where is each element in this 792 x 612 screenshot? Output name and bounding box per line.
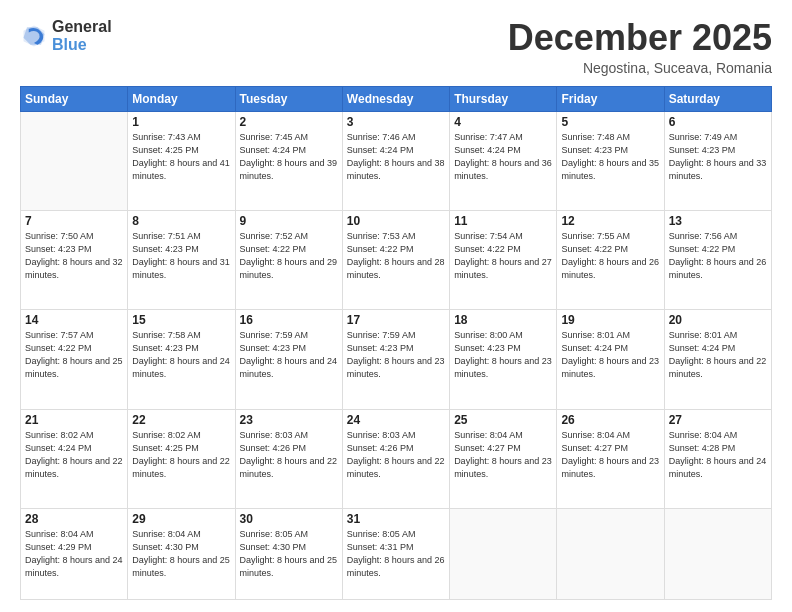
- day-info: Sunrise: 8:00 AMSunset: 4:23 PMDaylight:…: [454, 329, 552, 381]
- calendar-week-row: 21Sunrise: 8:02 AMSunset: 4:24 PMDayligh…: [21, 409, 772, 508]
- calendar-cell: 17Sunrise: 7:59 AMSunset: 4:23 PMDayligh…: [342, 310, 449, 409]
- calendar-cell: [557, 508, 664, 599]
- day-number: 6: [669, 115, 767, 129]
- calendar-cell: 27Sunrise: 8:04 AMSunset: 4:28 PMDayligh…: [664, 409, 771, 508]
- day-number: 7: [25, 214, 123, 228]
- day-info: Sunrise: 8:05 AMSunset: 4:31 PMDaylight:…: [347, 528, 445, 580]
- weekday-header: Thursday: [450, 86, 557, 111]
- day-info: Sunrise: 7:47 AMSunset: 4:24 PMDaylight:…: [454, 131, 552, 183]
- day-info: Sunrise: 7:52 AMSunset: 4:22 PMDaylight:…: [240, 230, 338, 282]
- day-info: Sunrise: 7:54 AMSunset: 4:22 PMDaylight:…: [454, 230, 552, 282]
- calendar-cell: 15Sunrise: 7:58 AMSunset: 4:23 PMDayligh…: [128, 310, 235, 409]
- day-number: 16: [240, 313, 338, 327]
- calendar-week-row: 14Sunrise: 7:57 AMSunset: 4:22 PMDayligh…: [21, 310, 772, 409]
- day-info: Sunrise: 8:03 AMSunset: 4:26 PMDaylight:…: [347, 429, 445, 481]
- calendar-cell: [450, 508, 557, 599]
- day-number: 5: [561, 115, 659, 129]
- day-number: 17: [347, 313, 445, 327]
- calendar-cell: 9Sunrise: 7:52 AMSunset: 4:22 PMDaylight…: [235, 210, 342, 309]
- day-info: Sunrise: 7:46 AMSunset: 4:24 PMDaylight:…: [347, 131, 445, 183]
- calendar-cell: 31Sunrise: 8:05 AMSunset: 4:31 PMDayligh…: [342, 508, 449, 599]
- day-number: 1: [132, 115, 230, 129]
- day-number: 31: [347, 512, 445, 526]
- calendar-cell: [21, 111, 128, 210]
- day-info: Sunrise: 7:50 AMSunset: 4:23 PMDaylight:…: [25, 230, 123, 282]
- calendar-cell: 2Sunrise: 7:45 AMSunset: 4:24 PMDaylight…: [235, 111, 342, 210]
- month-title: December 2025: [508, 18, 772, 58]
- day-number: 25: [454, 413, 552, 427]
- weekday-header: Sunday: [21, 86, 128, 111]
- day-info: Sunrise: 7:43 AMSunset: 4:25 PMDaylight:…: [132, 131, 230, 183]
- weekday-header: Monday: [128, 86, 235, 111]
- day-number: 9: [240, 214, 338, 228]
- day-number: 20: [669, 313, 767, 327]
- day-info: Sunrise: 7:58 AMSunset: 4:23 PMDaylight:…: [132, 329, 230, 381]
- day-info: Sunrise: 7:59 AMSunset: 4:23 PMDaylight:…: [347, 329, 445, 381]
- calendar-cell: 26Sunrise: 8:04 AMSunset: 4:27 PMDayligh…: [557, 409, 664, 508]
- day-info: Sunrise: 8:04 AMSunset: 4:29 PMDaylight:…: [25, 528, 123, 580]
- calendar-cell: 8Sunrise: 7:51 AMSunset: 4:23 PMDaylight…: [128, 210, 235, 309]
- day-info: Sunrise: 8:02 AMSunset: 4:24 PMDaylight:…: [25, 429, 123, 481]
- day-info: Sunrise: 8:05 AMSunset: 4:30 PMDaylight:…: [240, 528, 338, 580]
- day-info: Sunrise: 8:04 AMSunset: 4:27 PMDaylight:…: [454, 429, 552, 481]
- day-number: 27: [669, 413, 767, 427]
- calendar-cell: 30Sunrise: 8:05 AMSunset: 4:30 PMDayligh…: [235, 508, 342, 599]
- day-number: 30: [240, 512, 338, 526]
- day-info: Sunrise: 7:51 AMSunset: 4:23 PMDaylight:…: [132, 230, 230, 282]
- calendar-cell: 21Sunrise: 8:02 AMSunset: 4:24 PMDayligh…: [21, 409, 128, 508]
- location: Negostina, Suceava, Romania: [508, 60, 772, 76]
- weekday-header: Tuesday: [235, 86, 342, 111]
- day-number: 19: [561, 313, 659, 327]
- calendar-cell: 10Sunrise: 7:53 AMSunset: 4:22 PMDayligh…: [342, 210, 449, 309]
- day-info: Sunrise: 8:03 AMSunset: 4:26 PMDaylight:…: [240, 429, 338, 481]
- day-info: Sunrise: 7:56 AMSunset: 4:22 PMDaylight:…: [669, 230, 767, 282]
- calendar-cell: 11Sunrise: 7:54 AMSunset: 4:22 PMDayligh…: [450, 210, 557, 309]
- day-number: 21: [25, 413, 123, 427]
- calendar-cell: 6Sunrise: 7:49 AMSunset: 4:23 PMDaylight…: [664, 111, 771, 210]
- logo: General Blue: [20, 18, 112, 53]
- calendar-cell: 28Sunrise: 8:04 AMSunset: 4:29 PMDayligh…: [21, 508, 128, 599]
- day-number: 22: [132, 413, 230, 427]
- calendar-header-row: SundayMondayTuesdayWednesdayThursdayFrid…: [21, 86, 772, 111]
- page: General Blue December 2025 Negostina, Su…: [0, 0, 792, 612]
- calendar-cell: 25Sunrise: 8:04 AMSunset: 4:27 PMDayligh…: [450, 409, 557, 508]
- day-number: 18: [454, 313, 552, 327]
- calendar-cell: 5Sunrise: 7:48 AMSunset: 4:23 PMDaylight…: [557, 111, 664, 210]
- calendar-cell: [664, 508, 771, 599]
- weekday-header: Wednesday: [342, 86, 449, 111]
- calendar-week-row: 7Sunrise: 7:50 AMSunset: 4:23 PMDaylight…: [21, 210, 772, 309]
- day-info: Sunrise: 7:59 AMSunset: 4:23 PMDaylight:…: [240, 329, 338, 381]
- logo-text: General Blue: [52, 18, 112, 53]
- day-number: 24: [347, 413, 445, 427]
- day-number: 13: [669, 214, 767, 228]
- day-number: 26: [561, 413, 659, 427]
- day-info: Sunrise: 7:53 AMSunset: 4:22 PMDaylight:…: [347, 230, 445, 282]
- day-info: Sunrise: 7:57 AMSunset: 4:22 PMDaylight:…: [25, 329, 123, 381]
- day-info: Sunrise: 8:01 AMSunset: 4:24 PMDaylight:…: [561, 329, 659, 381]
- calendar-cell: 3Sunrise: 7:46 AMSunset: 4:24 PMDaylight…: [342, 111, 449, 210]
- logo-icon: [20, 22, 48, 50]
- day-info: Sunrise: 8:02 AMSunset: 4:25 PMDaylight:…: [132, 429, 230, 481]
- title-block: December 2025 Negostina, Suceava, Romani…: [508, 18, 772, 76]
- calendar-cell: 12Sunrise: 7:55 AMSunset: 4:22 PMDayligh…: [557, 210, 664, 309]
- day-number: 3: [347, 115, 445, 129]
- weekday-header: Friday: [557, 86, 664, 111]
- day-info: Sunrise: 8:04 AMSunset: 4:27 PMDaylight:…: [561, 429, 659, 481]
- calendar-cell: 1Sunrise: 7:43 AMSunset: 4:25 PMDaylight…: [128, 111, 235, 210]
- day-number: 12: [561, 214, 659, 228]
- day-number: 28: [25, 512, 123, 526]
- calendar-cell: 29Sunrise: 8:04 AMSunset: 4:30 PMDayligh…: [128, 508, 235, 599]
- calendar-cell: 20Sunrise: 8:01 AMSunset: 4:24 PMDayligh…: [664, 310, 771, 409]
- day-number: 4: [454, 115, 552, 129]
- calendar-cell: 14Sunrise: 7:57 AMSunset: 4:22 PMDayligh…: [21, 310, 128, 409]
- calendar-week-row: 28Sunrise: 8:04 AMSunset: 4:29 PMDayligh…: [21, 508, 772, 599]
- day-info: Sunrise: 8:01 AMSunset: 4:24 PMDaylight:…: [669, 329, 767, 381]
- day-number: 11: [454, 214, 552, 228]
- calendar-cell: 23Sunrise: 8:03 AMSunset: 4:26 PMDayligh…: [235, 409, 342, 508]
- day-info: Sunrise: 7:45 AMSunset: 4:24 PMDaylight:…: [240, 131, 338, 183]
- calendar-week-row: 1Sunrise: 7:43 AMSunset: 4:25 PMDaylight…: [21, 111, 772, 210]
- calendar-cell: 18Sunrise: 8:00 AMSunset: 4:23 PMDayligh…: [450, 310, 557, 409]
- day-info: Sunrise: 7:49 AMSunset: 4:23 PMDaylight:…: [669, 131, 767, 183]
- day-info: Sunrise: 7:55 AMSunset: 4:22 PMDaylight:…: [561, 230, 659, 282]
- day-info: Sunrise: 8:04 AMSunset: 4:30 PMDaylight:…: [132, 528, 230, 580]
